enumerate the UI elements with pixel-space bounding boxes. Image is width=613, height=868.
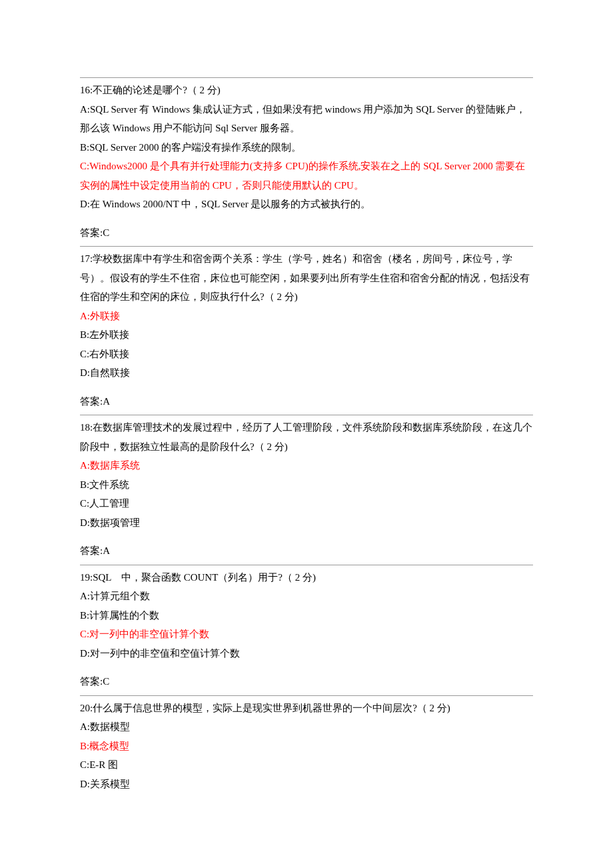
option-a: A:外联接: [80, 307, 533, 326]
option-c: C:对一列中的非空值计算个数: [80, 625, 533, 644]
question-20: 20:什么属于信息世界的模型，实际上是现实世界到机器世界的一个中间层次?（ 2 …: [80, 699, 533, 794]
separator: [80, 77, 533, 78]
question-18: 18:在数据库管理技术的发展过程中，经历了人工管理阶段，文件系统阶段和数据库系统…: [80, 418, 533, 561]
question-prompt: 17:学校数据库中有学生和宿舍两个关系：学生（学号，姓名）和宿舍（楼名，房间号，…: [80, 249, 533, 307]
separator: [80, 565, 533, 565]
option-c: C:右外联接: [80, 345, 533, 364]
option-b: B:文件系统: [80, 475, 533, 495]
question-prompt: 16:不正确的论述是哪个?（ 2 分): [80, 81, 533, 100]
option-a: A:计算元组个数: [80, 587, 533, 606]
option-d: D:在 Windows 2000/NT 中，SQL Server 是以服务的方式…: [80, 195, 533, 214]
answer-label: 答案:C: [80, 672, 533, 691]
option-c: C:E-R 图: [80, 755, 533, 775]
option-d: D:关系模型: [80, 775, 533, 794]
question-prompt: 20:什么属于信息世界的模型，实际上是现实世界到机器世界的一个中间层次?（ 2 …: [80, 699, 533, 718]
question-prompt: 18:在数据库管理技术的发展过程中，经历了人工管理阶段，文件系统阶段和数据库系统…: [80, 418, 533, 456]
question-19: 19:SQL 中，聚合函数 COUNT（列名）用于?（ 2 分) A:计算元组个…: [80, 568, 533, 691]
question-16: 16:不正确的论述是哪个?（ 2 分) A:SQL Server 有 Windo…: [80, 81, 533, 242]
answer-label: 答案:C: [80, 223, 533, 243]
option-d: D:数据项管理: [80, 513, 533, 533]
separator: [80, 415, 533, 415]
separator: [80, 695, 533, 696]
option-b: B:概念模型: [80, 737, 533, 756]
option-d: D:自然联接: [80, 363, 533, 383]
answer-label: 答案:A: [80, 541, 533, 561]
option-c: C:Windows2000 是个具有并行处理能力(支持多 CPU)的操作系统,安…: [80, 157, 533, 195]
option-b: B:左外联接: [80, 325, 533, 345]
separator: [80, 246, 533, 247]
question-prompt: 19:SQL 中，聚合函数 COUNT（列名）用于?（ 2 分): [80, 568, 533, 587]
document-page: 16:不正确的论述是哪个?（ 2 分) A:SQL Server 有 Windo…: [0, 0, 613, 833]
option-c: C:人工管理: [80, 494, 533, 513]
option-d: D:对一列中的非空值和空值计算个数: [80, 644, 533, 663]
option-b: B:SQL Server 2000 的客户端没有操作系统的限制。: [80, 138, 533, 157]
option-a: A:数据模型: [80, 717, 533, 737]
question-17: 17:学校数据库中有学生和宿舍两个关系：学生（学号，姓名）和宿舍（楼名，房间号，…: [80, 249, 533, 411]
option-a: A:数据库系统: [80, 456, 533, 475]
option-b: B:计算属性的个数: [80, 606, 533, 625]
option-a: A:SQL Server 有 Windows 集成认证方式，但如果没有把 win…: [80, 100, 533, 138]
answer-label: 答案:A: [80, 392, 533, 411]
